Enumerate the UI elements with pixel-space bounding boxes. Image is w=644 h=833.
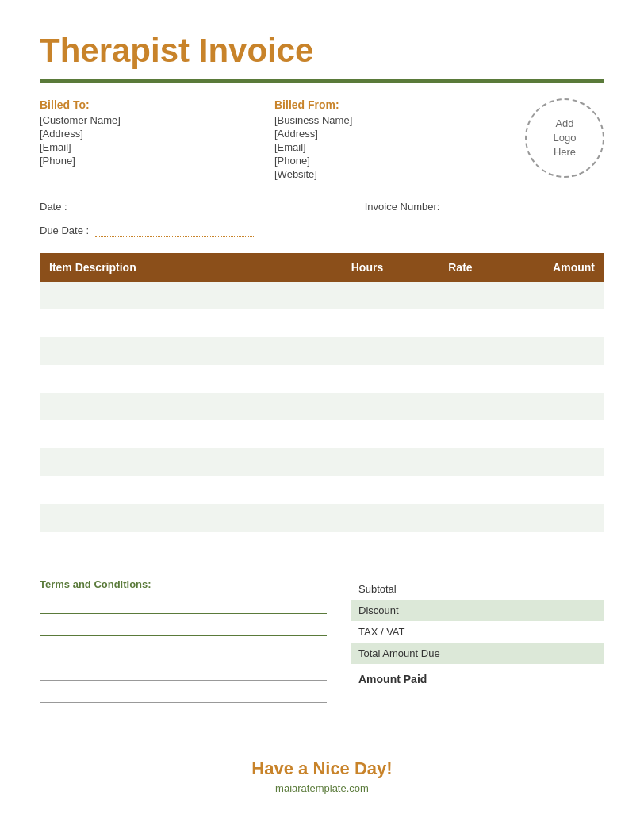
- invoice-table: Item Description Hours Rate Amount: [40, 253, 604, 559]
- cell-rate: [412, 420, 508, 448]
- footer-website: maiaratemplate.com: [40, 782, 604, 794]
- total-row: Total Amount Due: [351, 643, 604, 664]
- terms-line-1: [40, 600, 327, 614]
- bill-from-info: [Business Name] [Address] [Email] [Phone…: [274, 114, 509, 180]
- cell-rate: [412, 365, 508, 393]
- cell-rate: [412, 532, 508, 559]
- table-row: [40, 420, 604, 448]
- billing-section: Billed To: [Customer Name] [Address] [Em…: [40, 98, 604, 182]
- table-row: [40, 337, 604, 365]
- cell-hours: [322, 420, 412, 448]
- business-email: [Email]: [274, 141, 509, 153]
- date-invoice-row: Date : Invoice Number:: [40, 201, 604, 220]
- cell-rate: [412, 393, 508, 420]
- top-divider: [40, 79, 604, 83]
- customer-phone: [Phone]: [40, 155, 274, 167]
- invoice-number-line: [446, 201, 604, 213]
- table-row: [40, 365, 604, 393]
- business-name: [Business Name]: [274, 114, 509, 126]
- cell-rate: [412, 309, 508, 337]
- paid-label: Amount Paid: [358, 673, 427, 685]
- cell-amount: [508, 504, 604, 532]
- due-date-line: [95, 225, 254, 237]
- customer-address: [Address]: [40, 128, 274, 140]
- subtotal-row: Subtotal: [351, 578, 604, 600]
- dates-section: Date : Invoice Number: Due Date :: [40, 201, 604, 237]
- cell-amount: [508, 393, 604, 420]
- cell-description: [40, 476, 322, 504]
- cell-description: [40, 393, 322, 420]
- logo-placeholder: AddLogoHere: [525, 98, 604, 178]
- business-address: [Address]: [274, 128, 509, 140]
- col-amount: Amount: [508, 253, 604, 282]
- cell-description: [40, 282, 322, 309]
- cell-description: [40, 365, 322, 393]
- cell-description: [40, 337, 322, 365]
- terms-section: Terms and Conditions:: [40, 578, 351, 711]
- page-title: Therapist Invoice: [40, 32, 604, 70]
- footer: Have a Nice Day! maiaratemplate.com: [40, 758, 604, 794]
- tax-row: TAX / VAT: [351, 621, 604, 643]
- terms-line-2: [40, 622, 327, 636]
- discount-row: Discount: [351, 600, 604, 621]
- date-line: [73, 201, 232, 213]
- cell-amount: [508, 365, 604, 393]
- cell-description: [40, 420, 322, 448]
- cell-amount: [508, 532, 604, 559]
- business-website: [Website]: [274, 168, 509, 180]
- bill-from-label: Billed From:: [274, 98, 509, 111]
- customer-name: [Customer Name]: [40, 114, 274, 126]
- cell-hours: [322, 282, 412, 309]
- cell-amount: [508, 476, 604, 504]
- table-row: [40, 476, 604, 504]
- col-rate: Rate: [412, 253, 508, 282]
- cell-description: [40, 448, 322, 476]
- col-hours: Hours: [322, 253, 412, 282]
- cell-hours: [322, 448, 412, 476]
- cell-description: [40, 504, 322, 532]
- table-row: [40, 532, 604, 559]
- bill-to-label: Billed To:: [40, 98, 274, 111]
- tax-label: TAX / VAT: [358, 626, 405, 638]
- cell-description: [40, 309, 322, 337]
- cell-amount: [508, 337, 604, 365]
- discount-label: Discount: [358, 605, 399, 616]
- date-row: Date :: [40, 201, 232, 213]
- terms-line-3: [40, 644, 327, 658]
- cell-rate: [412, 504, 508, 532]
- cell-amount: [508, 309, 604, 337]
- table-row: [40, 448, 604, 476]
- table-row: [40, 282, 604, 309]
- terms-line-4: [40, 666, 327, 681]
- summary-divider: [351, 666, 604, 666]
- cell-hours: [322, 476, 412, 504]
- table-row: [40, 309, 604, 337]
- table-row: [40, 504, 604, 532]
- footer-nice-day: Have a Nice Day!: [40, 758, 604, 779]
- cell-amount: [508, 420, 604, 448]
- cell-amount: [508, 282, 604, 309]
- invoice-number-row: Invoice Number:: [365, 201, 604, 213]
- cell-hours: [322, 532, 412, 559]
- invoice-number-label: Invoice Number:: [365, 201, 440, 213]
- paid-row: Amount Paid: [351, 668, 604, 690]
- cell-rate: [412, 448, 508, 476]
- cell-rate: [412, 282, 508, 309]
- terms-label: Terms and Conditions:: [40, 578, 327, 590]
- bottom-section: Terms and Conditions: Subtotal Discount …: [40, 578, 604, 711]
- cell-hours: [322, 393, 412, 420]
- cell-hours: [322, 504, 412, 532]
- date-label: Date :: [40, 201, 67, 213]
- customer-email: [Email]: [40, 141, 274, 153]
- table-row: [40, 393, 604, 420]
- cell-rate: [412, 476, 508, 504]
- business-phone: [Phone]: [274, 155, 509, 167]
- cell-hours: [322, 309, 412, 337]
- bill-from-section: Billed From: [Business Name] [Address] […: [274, 98, 509, 182]
- bill-to-info: [Customer Name] [Address] [Email] [Phone…: [40, 114, 274, 167]
- due-date-row: Due Date :: [40, 225, 604, 237]
- cell-hours: [322, 337, 412, 365]
- col-description: Item Description: [40, 253, 322, 282]
- due-date-label: Due Date :: [40, 225, 89, 236]
- cell-hours: [322, 365, 412, 393]
